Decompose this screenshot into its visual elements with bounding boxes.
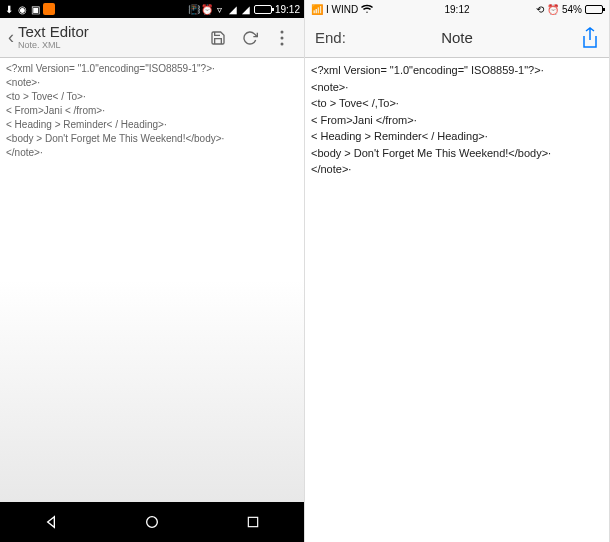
download-icon: ⬇ <box>4 4 14 14</box>
ios-status-bar: 📶 I WIND 19:12 ⟲ ⏰ 54% <box>305 0 609 18</box>
rotation-lock-icon: ⟲ <box>536 4 544 15</box>
vibrate-icon: 📳 <box>189 4 199 14</box>
app-icon: ◉ <box>17 4 27 14</box>
nav-home-button[interactable] <box>132 502 172 542</box>
code-line: <to > Tove< /,To>· <box>311 95 603 112</box>
status-right-icons: 📳 ⏰ ▿ ◢ ◢ 19:12 <box>189 4 300 15</box>
code-line: < From>Jani < /from>· <box>6 104 298 118</box>
alarm-icon: ⏰ <box>547 4 559 15</box>
android-app-bar: ‹ Text Editor Note. XML <box>0 18 304 58</box>
battery-percent: 54% <box>562 4 582 15</box>
code-line: <body > Don't Forget Me This Weekend!</b… <box>311 145 603 162</box>
status-time: 19:12 <box>275 4 300 15</box>
title-group: Text Editor Note. XML <box>18 24 200 50</box>
nav-recent-button[interactable] <box>233 502 273 542</box>
code-line: < Heading > Reminder< / Heading>· <box>6 118 298 132</box>
circle-home-icon <box>144 514 160 530</box>
camera-icon: ▣ <box>30 4 40 14</box>
code-line: <note>· <box>6 76 298 90</box>
svg-point-0 <box>281 30 284 33</box>
menu-button[interactable] <box>268 24 296 52</box>
status-left-icons: ⬇ ◉ ▣ <box>4 3 55 15</box>
share-icon <box>581 27 599 49</box>
code-line: <note>· <box>311 79 603 96</box>
code-line: < From>Jani </from>· <box>311 112 603 129</box>
ios-phone: 📶 I WIND 19:12 ⟲ ⏰ 54% End: Note <?xml V… <box>305 0 610 542</box>
android-nav-bar <box>0 502 304 542</box>
wifi-icon: ▿ <box>215 4 225 14</box>
signal-icon: ◢ <box>228 4 238 14</box>
battery-icon <box>585 5 603 14</box>
save-icon <box>210 30 226 46</box>
code-line: </note>· <box>311 161 603 178</box>
android-editor-content[interactable]: <?xml Version= "1.0"encoding="ISO8859-1"… <box>0 58 304 502</box>
code-line: < Heading > Reminder< / Heading>· <box>311 128 603 145</box>
signal-icon-2: ◢ <box>241 4 251 14</box>
code-line: </note>· <box>6 146 298 160</box>
save-button[interactable] <box>204 24 232 52</box>
battery-icon <box>254 5 272 14</box>
wifi-icon <box>361 4 373 14</box>
code-line: <to > Tove< / To>· <box>6 90 298 104</box>
status-right: ⟲ ⏰ 54% <box>536 4 603 15</box>
status-time: 19:12 <box>444 4 469 15</box>
android-phone: ⬇ ◉ ▣ 📳 ⏰ ▿ ◢ ◢ 19:12 ‹ Text Editor Note… <box>0 0 305 542</box>
square-recent-icon <box>246 515 260 529</box>
carrier-name: I WIND <box>326 4 358 15</box>
alarm-icon: ⏰ <box>202 4 212 14</box>
refresh-icon <box>242 30 258 46</box>
back-button[interactable]: End: <box>315 29 346 46</box>
svg-point-2 <box>281 42 284 45</box>
svg-rect-4 <box>249 517 258 526</box>
back-button[interactable]: ‹ <box>8 27 14 48</box>
notification-icon <box>43 3 55 15</box>
nav-back-button[interactable] <box>31 502 71 542</box>
svg-point-1 <box>281 36 284 39</box>
signal-icon: 📶 <box>311 4 323 15</box>
ios-note-content[interactable]: <?xml Version= "1.0"encoding=" ISO8859-1… <box>305 58 609 542</box>
app-title: Text Editor <box>18 24 200 41</box>
triangle-back-icon <box>43 514 59 530</box>
nav-title: Note <box>441 29 473 46</box>
refresh-button[interactable] <box>236 24 264 52</box>
ios-nav-bar: End: Note <box>305 18 609 58</box>
code-line: <?xml Version= "1.0"encoding=" ISO8859-1… <box>311 62 603 79</box>
more-icon <box>280 30 284 46</box>
file-name: Note. XML <box>18 41 200 51</box>
code-line: <?xml Version= "1.0"encoding="ISO8859-1"… <box>6 62 298 76</box>
share-button[interactable] <box>581 27 599 49</box>
svg-point-3 <box>147 517 158 528</box>
code-line: <body > Don't Forget Me This Weekend!</b… <box>6 132 298 146</box>
android-status-bar: ⬇ ◉ ▣ 📳 ⏰ ▿ ◢ ◢ 19:12 <box>0 0 304 18</box>
carrier-group: 📶 I WIND <box>311 4 373 15</box>
wifi-svg-icon <box>361 4 373 14</box>
